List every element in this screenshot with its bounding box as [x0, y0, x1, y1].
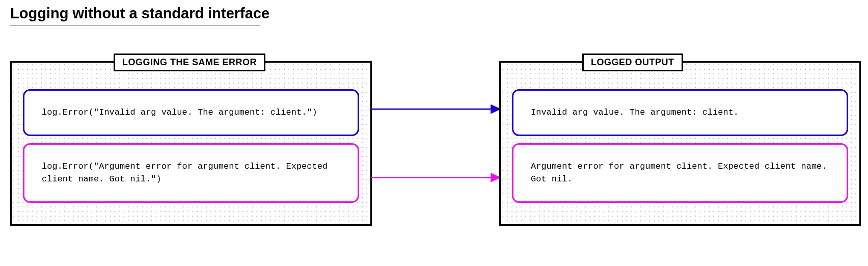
- diagram-row: LOGGING THE SAME ERROR log.Error("Invali…: [10, 61, 858, 226]
- arrows-svg: [372, 61, 499, 226]
- panel-label-left: LOGGING THE SAME ERROR: [114, 54, 265, 71]
- title-underline: [10, 25, 260, 25]
- panel-logging-input: LOGGING THE SAME ERROR log.Error("Invali…: [10, 61, 372, 226]
- code-box-blue-input: log.Error("Invalid arg value. The argume…: [23, 89, 359, 136]
- output-box-magenta: Argument error for argument client. Expe…: [512, 143, 848, 203]
- panel-logged-output: LOGGED OUTPUT Invalid arg value. The arg…: [499, 61, 861, 226]
- panel-label-right: LOGGED OUTPUT: [582, 54, 683, 71]
- code-box-magenta-input: log.Error("Argument error for argument c…: [23, 143, 359, 203]
- connector-column: [372, 61, 499, 226]
- output-box-blue: Invalid arg value. The argument: client.: [512, 89, 848, 136]
- diagram-title: Logging without a standard interface: [10, 5, 858, 22]
